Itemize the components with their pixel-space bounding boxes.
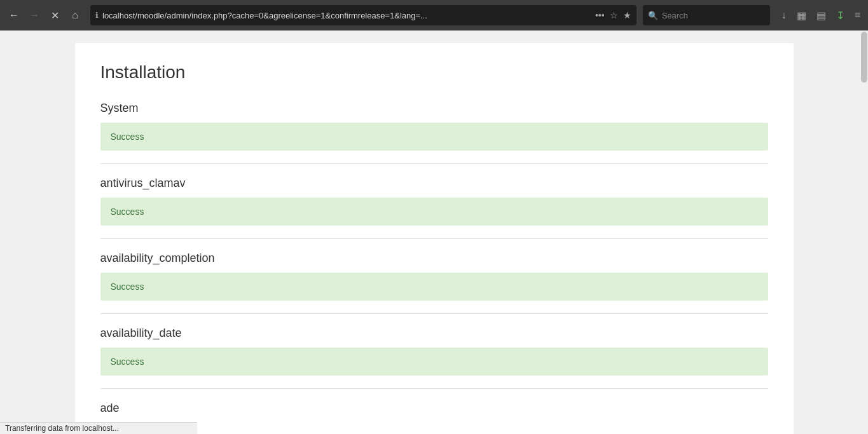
- address-actions: ••• ☆ ★: [595, 10, 631, 20]
- status-box-availability-completion: Success: [100, 273, 768, 301]
- scrollbar-thumb[interactable]: [861, 32, 867, 83]
- bookmark-button[interactable]: ☆: [610, 10, 618, 20]
- status-text: Transferring data from localhost...: [5, 424, 119, 433]
- menu-button[interactable]: ≡: [852, 7, 863, 24]
- url-text: localhost/moodle/admin/index.php?cache=0…: [102, 11, 591, 20]
- address-bar[interactable]: ℹ localhost/moodle/admin/index.php?cache…: [90, 5, 637, 25]
- status-box-system: Success: [100, 123, 768, 151]
- section-title-system: System: [100, 102, 768, 115]
- nav-buttons: ← → ✕ ⌂: [5, 6, 84, 24]
- search-icon: 🔍: [648, 11, 658, 20]
- section-availability-completion: availability_completion Success: [100, 238, 768, 301]
- download-button[interactable]: ↓: [779, 7, 789, 24]
- section-system: System Success: [100, 102, 768, 151]
- status-box-availability-date: Success: [100, 348, 768, 376]
- section-antivirus-clamav: antivirus_clamav Success: [100, 163, 768, 226]
- section-title-partial: ade: [100, 402, 768, 415]
- content-card: Installation System Success antivirus_cl…: [75, 43, 794, 434]
- page-title: Installation: [100, 62, 768, 83]
- section-partial: ade: [100, 388, 768, 415]
- forward-button[interactable]: →: [25, 6, 43, 24]
- more-button[interactable]: •••: [595, 10, 605, 20]
- status-bar: Transferring data from localhost...: [0, 422, 197, 434]
- browser-toolbar: ↓ ▦ ▤ ↧ ≡: [779, 7, 863, 24]
- browser-chrome: ← → ✕ ⌂ ℹ localhost/moodle/admin/index.p…: [0, 0, 868, 31]
- close-button[interactable]: ✕: [46, 6, 64, 24]
- section-title-availability-completion: availability_completion: [100, 252, 768, 265]
- section-availability-date: availability_date Success: [100, 313, 768, 376]
- home-button[interactable]: ⌂: [66, 6, 84, 24]
- lock-icon: ℹ: [95, 11, 99, 20]
- status-box-antivirus-clamav: Success: [100, 198, 768, 226]
- back-button[interactable]: ←: [5, 6, 23, 24]
- star-button[interactable]: ★: [623, 10, 631, 20]
- search-input[interactable]: [662, 11, 765, 20]
- reader-button[interactable]: ▤: [814, 7, 829, 24]
- page-wrapper: Installation System Success antivirus_cl…: [0, 31, 868, 434]
- arrow-down-button[interactable]: ↧: [834, 7, 847, 24]
- search-bar[interactable]: 🔍: [643, 5, 770, 25]
- library-button[interactable]: ▦: [794, 7, 809, 24]
- section-title-antivirus-clamav: antivirus_clamav: [100, 177, 768, 190]
- section-title-availability-date: availability_date: [100, 327, 768, 340]
- scrollbar[interactable]: [860, 31, 868, 434]
